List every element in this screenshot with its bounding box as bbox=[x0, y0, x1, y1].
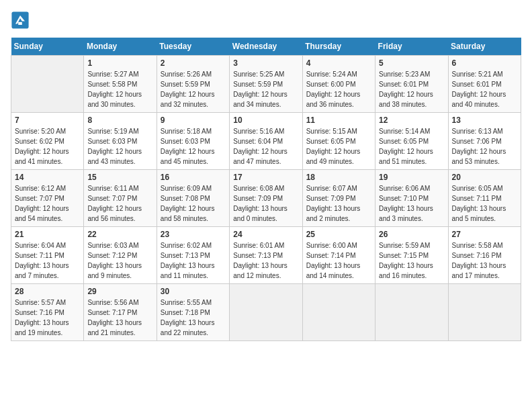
day-number: 20 bbox=[452, 173, 517, 182]
calendar-cell bbox=[448, 284, 521, 341]
day-info: Sunrise: 5:58 AM Sunset: 7:16 PM Dayligh… bbox=[452, 240, 517, 281]
day-number: 21 bbox=[15, 230, 80, 239]
calendar-cell bbox=[11, 56, 84, 113]
calendar-cell: 27Sunrise: 5:58 AM Sunset: 7:16 PM Dayli… bbox=[448, 227, 521, 284]
calendar-cell: 19Sunrise: 6:06 AM Sunset: 7:10 PM Dayli… bbox=[375, 170, 448, 227]
day-info: Sunrise: 6:11 AM Sunset: 7:07 PM Dayligh… bbox=[87, 183, 152, 224]
weekday-header-saturday: Saturday bbox=[448, 38, 521, 56]
day-number: 8 bbox=[87, 116, 152, 125]
page-header bbox=[11, 11, 521, 30]
day-number: 13 bbox=[452, 116, 517, 125]
svg-rect-0 bbox=[11, 11, 28, 28]
calendar-cell: 21Sunrise: 6:04 AM Sunset: 7:11 PM Dayli… bbox=[11, 227, 84, 284]
day-number: 16 bbox=[161, 173, 226, 182]
calendar-table: SundayMondayTuesdayWednesdayThursdayFrid… bbox=[11, 38, 521, 341]
svg-rect-2 bbox=[18, 22, 22, 25]
day-number: 6 bbox=[452, 58, 517, 68]
calendar-cell: 2Sunrise: 5:26 AM Sunset: 5:59 PM Daylig… bbox=[157, 56, 229, 113]
day-info: Sunrise: 5:21 AM Sunset: 6:01 PM Dayligh… bbox=[452, 69, 517, 109]
day-number: 24 bbox=[233, 230, 298, 239]
calendar-cell: 3Sunrise: 5:25 AM Sunset: 5:59 PM Daylig… bbox=[230, 56, 302, 113]
calendar-cell: 25Sunrise: 6:00 AM Sunset: 7:14 PM Dayli… bbox=[302, 227, 375, 284]
day-info: Sunrise: 5:16 AM Sunset: 6:04 PM Dayligh… bbox=[233, 126, 298, 167]
calendar-cell: 12Sunrise: 5:14 AM Sunset: 6:05 PM Dayli… bbox=[375, 113, 448, 170]
day-info: Sunrise: 6:01 AM Sunset: 7:13 PM Dayligh… bbox=[233, 240, 298, 281]
calendar-cell bbox=[375, 284, 448, 341]
day-number: 17 bbox=[233, 173, 298, 182]
calendar-cell: 15Sunrise: 6:11 AM Sunset: 7:07 PM Dayli… bbox=[84, 170, 157, 227]
calendar-cell: 16Sunrise: 6:09 AM Sunset: 7:08 PM Dayli… bbox=[157, 170, 229, 227]
day-number: 18 bbox=[306, 173, 371, 182]
day-number: 30 bbox=[161, 287, 226, 296]
logo-icon bbox=[11, 11, 30, 30]
weekday-header-friday: Friday bbox=[375, 38, 448, 56]
calendar-cell: 29Sunrise: 5:56 AM Sunset: 7:17 PM Dayli… bbox=[84, 284, 157, 341]
weekday-header-tuesday: Tuesday bbox=[157, 38, 229, 56]
day-info: Sunrise: 6:02 AM Sunset: 7:13 PM Dayligh… bbox=[161, 240, 226, 281]
day-number: 14 bbox=[15, 173, 80, 182]
calendar-cell: 11Sunrise: 5:15 AM Sunset: 6:05 PM Dayli… bbox=[302, 113, 375, 170]
day-info: Sunrise: 5:23 AM Sunset: 6:01 PM Dayligh… bbox=[379, 69, 444, 109]
calendar-cell: 8Sunrise: 5:19 AM Sunset: 6:03 PM Daylig… bbox=[84, 113, 157, 170]
day-info: Sunrise: 5:57 AM Sunset: 7:16 PM Dayligh… bbox=[15, 298, 80, 338]
day-number: 26 bbox=[379, 230, 444, 239]
day-info: Sunrise: 5:27 AM Sunset: 5:58 PM Dayligh… bbox=[87, 69, 152, 109]
day-number: 5 bbox=[379, 58, 444, 68]
day-info: Sunrise: 5:26 AM Sunset: 5:59 PM Dayligh… bbox=[161, 69, 226, 109]
calendar-cell: 14Sunrise: 6:12 AM Sunset: 7:07 PM Dayli… bbox=[11, 170, 84, 227]
calendar-cell: 5Sunrise: 5:23 AM Sunset: 6:01 PM Daylig… bbox=[375, 56, 448, 113]
day-info: Sunrise: 5:20 AM Sunset: 6:02 PM Dayligh… bbox=[15, 126, 80, 167]
day-info: Sunrise: 5:14 AM Sunset: 6:05 PM Dayligh… bbox=[379, 126, 444, 167]
day-info: Sunrise: 6:07 AM Sunset: 7:09 PM Dayligh… bbox=[306, 183, 371, 224]
calendar-cell: 24Sunrise: 6:01 AM Sunset: 7:13 PM Dayli… bbox=[230, 227, 302, 284]
weekday-header-wednesday: Wednesday bbox=[230, 38, 302, 56]
calendar-cell bbox=[230, 284, 302, 341]
calendar-cell: 9Sunrise: 5:18 AM Sunset: 6:03 PM Daylig… bbox=[157, 113, 229, 170]
day-info: Sunrise: 5:18 AM Sunset: 6:03 PM Dayligh… bbox=[161, 126, 226, 167]
day-info: Sunrise: 5:15 AM Sunset: 6:05 PM Dayligh… bbox=[306, 126, 371, 167]
day-number: 9 bbox=[161, 116, 226, 125]
calendar-cell: 7Sunrise: 5:20 AM Sunset: 6:02 PM Daylig… bbox=[11, 113, 84, 170]
calendar-cell: 26Sunrise: 5:59 AM Sunset: 7:15 PM Dayli… bbox=[375, 227, 448, 284]
day-number: 28 bbox=[15, 287, 80, 296]
day-info: Sunrise: 5:24 AM Sunset: 6:00 PM Dayligh… bbox=[306, 69, 371, 109]
day-number: 19 bbox=[379, 173, 444, 182]
day-info: Sunrise: 6:06 AM Sunset: 7:10 PM Dayligh… bbox=[379, 183, 444, 224]
calendar-cell: 23Sunrise: 6:02 AM Sunset: 7:13 PM Dayli… bbox=[157, 227, 229, 284]
day-number: 1 bbox=[87, 58, 152, 68]
day-info: Sunrise: 6:00 AM Sunset: 7:14 PM Dayligh… bbox=[306, 240, 371, 281]
day-number: 10 bbox=[233, 116, 298, 125]
calendar-cell: 28Sunrise: 5:57 AM Sunset: 7:16 PM Dayli… bbox=[11, 284, 84, 341]
day-info: Sunrise: 6:09 AM Sunset: 7:08 PM Dayligh… bbox=[161, 183, 226, 224]
calendar-cell: 18Sunrise: 6:07 AM Sunset: 7:09 PM Dayli… bbox=[302, 170, 375, 227]
day-number: 27 bbox=[452, 230, 517, 239]
weekday-header-thursday: Thursday bbox=[302, 38, 375, 56]
day-number: 12 bbox=[379, 116, 444, 125]
day-info: Sunrise: 5:59 AM Sunset: 7:15 PM Dayligh… bbox=[379, 240, 444, 281]
day-info: Sunrise: 5:56 AM Sunset: 7:17 PM Dayligh… bbox=[87, 298, 152, 338]
day-number: 23 bbox=[161, 230, 226, 239]
calendar-cell: 20Sunrise: 6:05 AM Sunset: 7:11 PM Dayli… bbox=[448, 170, 521, 227]
day-number: 11 bbox=[306, 116, 371, 125]
day-number: 2 bbox=[161, 58, 226, 68]
calendar-cell: 17Sunrise: 6:08 AM Sunset: 7:09 PM Dayli… bbox=[230, 170, 302, 227]
weekday-header-sunday: Sunday bbox=[11, 38, 84, 56]
day-info: Sunrise: 6:04 AM Sunset: 7:11 PM Dayligh… bbox=[15, 240, 80, 281]
day-number: 7 bbox=[15, 116, 80, 125]
day-number: 3 bbox=[233, 58, 298, 68]
day-info: Sunrise: 5:55 AM Sunset: 7:18 PM Dayligh… bbox=[161, 298, 226, 338]
calendar-cell: 4Sunrise: 5:24 AM Sunset: 6:00 PM Daylig… bbox=[302, 56, 375, 113]
weekday-header-monday: Monday bbox=[84, 38, 157, 56]
day-info: Sunrise: 6:05 AM Sunset: 7:11 PM Dayligh… bbox=[452, 183, 517, 224]
day-info: Sunrise: 6:12 AM Sunset: 7:07 PM Dayligh… bbox=[15, 183, 80, 224]
calendar-cell: 22Sunrise: 6:03 AM Sunset: 7:12 PM Dayli… bbox=[84, 227, 157, 284]
day-number: 25 bbox=[306, 230, 371, 239]
logo bbox=[11, 11, 32, 30]
day-number: 29 bbox=[87, 287, 152, 296]
day-number: 15 bbox=[87, 173, 152, 182]
calendar-cell: 30Sunrise: 5:55 AM Sunset: 7:18 PM Dayli… bbox=[157, 284, 229, 341]
day-number: 4 bbox=[306, 58, 371, 68]
day-info: Sunrise: 6:13 AM Sunset: 7:06 PM Dayligh… bbox=[452, 126, 517, 167]
day-info: Sunrise: 6:08 AM Sunset: 7:09 PM Dayligh… bbox=[233, 183, 298, 224]
day-info: Sunrise: 6:03 AM Sunset: 7:12 PM Dayligh… bbox=[87, 240, 152, 281]
